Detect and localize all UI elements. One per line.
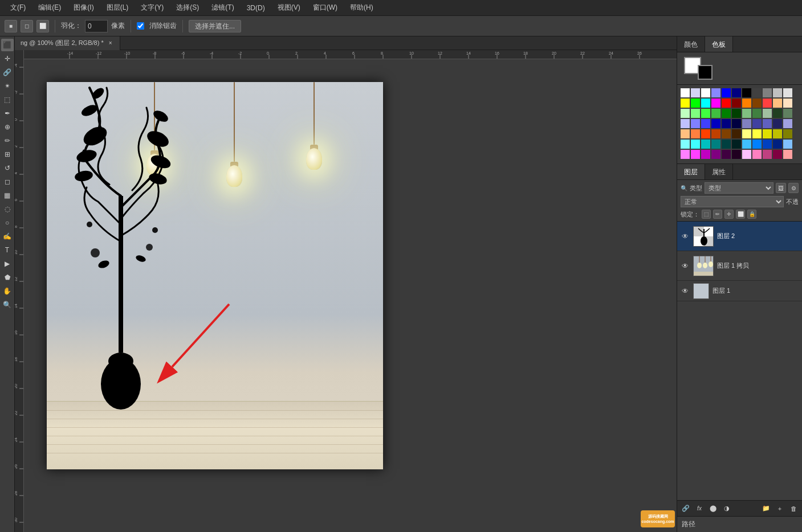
background-color[interactable] (698, 65, 713, 80)
swatch-burgundy[interactable] (773, 150, 782, 159)
swatch-bright-cyan[interactable] (691, 140, 700, 149)
tool-lasso[interactable]: 🔗 (1, 66, 14, 79)
tool-marquee[interactable]: ⬛ (1, 39, 14, 51)
layer-filter-fx-btn[interactable]: ⚙ (788, 183, 799, 193)
swatch-maroon[interactable] (732, 99, 741, 108)
tool-dodge[interactable]: ○ (1, 216, 14, 229)
swatch-sage[interactable] (742, 109, 751, 118)
swatch-lavender2[interactable] (742, 150, 751, 159)
anti-alias-checkbox[interactable] (137, 22, 144, 30)
lock-artboard-btn[interactable]: ⬜ (736, 210, 745, 219)
fg-bg-color-picker[interactable] (684, 57, 713, 80)
swatch-azure[interactable] (752, 140, 762, 149)
layer-link-icon[interactable]: 🔗 (681, 504, 691, 514)
swatch-deep-forest[interactable] (773, 109, 782, 118)
blend-mode-select[interactable]: 正常 (681, 196, 784, 207)
canvas-viewport[interactable]: 源码搜藏网codesocang.com (24, 59, 677, 532)
tool-type[interactable]: T (1, 244, 14, 256)
swatch-orange[interactable] (742, 99, 751, 108)
swatch-med-blue2[interactable] (763, 140, 772, 149)
swatch-cobalt[interactable] (701, 119, 710, 128)
swatch-midnight[interactable] (732, 119, 741, 128)
layer-folder-icon[interactable]: 📁 (761, 504, 771, 514)
swatch-sky-blue[interactable] (742, 140, 751, 149)
swatch-med-blue[interactable] (711, 88, 720, 97)
swatch-olive-green[interactable] (752, 109, 762, 118)
document-tab[interactable]: ng @ 100% (图层 2, RGB/8) * × (15, 36, 120, 50)
swatch-red[interactable] (722, 99, 731, 108)
layer-adjustment-icon[interactable]: ◑ (722, 504, 732, 514)
swatch-pale-green[interactable] (763, 109, 772, 118)
tool-eraser[interactable]: ◻ (1, 175, 14, 188)
swatch-light-green[interactable] (691, 109, 700, 118)
layer-new-icon[interactable]: + (775, 504, 785, 514)
lock-transparent-btn[interactable]: ⬚ (702, 210, 711, 219)
swatch-light-gray[interactable] (783, 88, 792, 97)
swatch-blue-gray[interactable] (763, 119, 772, 128)
tool-magic-wand[interactable]: ✴ (1, 80, 14, 92)
swatch-dark-gray[interactable] (752, 88, 762, 97)
menu-select[interactable]: 选择(S) (170, 1, 205, 14)
swatch-hot-pink[interactable] (691, 150, 700, 159)
tool-path-select[interactable]: ▶ (1, 257, 14, 270)
swatch-burnt-orange[interactable] (691, 129, 700, 138)
feather-input[interactable] (85, 20, 108, 32)
tool-stamp[interactable]: ⊞ (1, 148, 14, 161)
menu-type[interactable]: 文字(Y) (135, 1, 169, 14)
tool-blur[interactable]: ◌ (1, 203, 14, 215)
swatch-dark-green[interactable] (722, 109, 731, 118)
tool-crop[interactable]: ⬚ (1, 93, 14, 106)
layer-item-2[interactable]: 👁 (677, 222, 802, 251)
swatch-navy2[interactable] (722, 119, 731, 128)
swatch-deep-purple[interactable] (722, 150, 731, 159)
swatch-lavender[interactable] (691, 88, 700, 97)
layer-item-1[interactable]: 👁 图层 1 (677, 281, 802, 301)
tool-brush[interactable]: ✏ (1, 134, 14, 147)
swatch-light-blue[interactable] (783, 140, 792, 149)
select-mask-button[interactable]: 选择并遮住... (189, 20, 241, 32)
swatch-fern[interactable] (783, 109, 792, 118)
swatch-forest-green[interactable] (732, 109, 741, 118)
swatch-royal-blue[interactable] (711, 119, 720, 128)
swatch-indigo[interactable] (752, 119, 762, 128)
swatch-dark-yellow[interactable] (763, 129, 772, 138)
tab-swatches[interactable]: 色板 (705, 36, 733, 52)
swatch-light-peach[interactable] (783, 99, 792, 108)
swatch-white2[interactable] (701, 88, 710, 97)
layer-delete-icon[interactable]: 🗑 (788, 504, 799, 514)
swatch-dark-purple[interactable] (711, 150, 720, 159)
lock-position-btn[interactable]: ✛ (724, 210, 734, 219)
paths-panel[interactable]: 路径 (677, 516, 802, 532)
swatch-slate[interactable] (742, 119, 751, 128)
swatch-deep-teal[interactable] (722, 140, 731, 149)
menu-filter[interactable]: 滤镜(T) (206, 1, 239, 14)
swatch-orange2[interactable] (681, 129, 690, 138)
tab-attributes[interactable]: 属性 (705, 164, 733, 179)
swatch-med-green[interactable] (711, 109, 720, 118)
tool-gradient[interactable]: ▦ (1, 189, 14, 202)
swatch-light-periwinkle[interactable] (783, 119, 792, 128)
swatch-dark-brown[interactable] (732, 129, 741, 138)
tool-heal[interactable]: ⊕ (1, 121, 14, 133)
swatch-raspberry[interactable] (763, 150, 772, 159)
swatch-light-pink[interactable] (783, 150, 792, 159)
ps-document-canvas[interactable] (47, 82, 383, 469)
layer-visibility-2[interactable]: 👁 (681, 232, 690, 241)
tool-history-brush[interactable]: ↺ (1, 162, 14, 174)
swatch-cyan[interactable] (701, 99, 710, 108)
tab-close-button[interactable]: × (107, 40, 114, 47)
layer-mask-icon[interactable]: ⬤ (708, 504, 718, 514)
layer-filter-icon-btn[interactable]: 🖼 (776, 183, 786, 193)
layer-visibility-1[interactable]: 👁 (681, 287, 690, 296)
toolbar-rect-tool[interactable]: ■ (5, 20, 17, 32)
swatch-red-orange[interactable] (701, 129, 710, 138)
swatch-aqua[interactable] (681, 140, 690, 149)
swatch-cornflower[interactable] (691, 119, 700, 128)
menu-3d[interactable]: 3D(D) (241, 2, 271, 14)
swatch-bright-green[interactable] (701, 109, 710, 118)
swatch-gray[interactable] (763, 88, 772, 97)
swatch-white[interactable] (681, 88, 690, 97)
swatch-blue[interactable] (722, 88, 731, 97)
swatch-dark-olive[interactable] (783, 129, 792, 138)
swatch-silver[interactable] (773, 88, 782, 97)
